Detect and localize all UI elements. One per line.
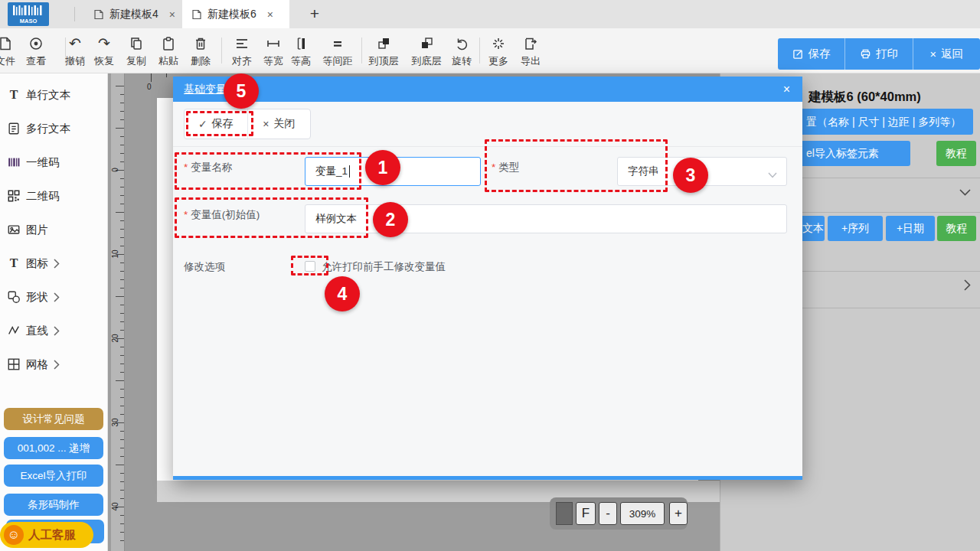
required-mark: * (184, 161, 188, 173)
ruler-tick (120, 262, 124, 263)
zoom-level-display: 309% (620, 502, 665, 525)
ruler-tick (120, 103, 124, 103)
sidebar-item-line[interactable]: 直线 (0, 314, 107, 347)
sidebar-item-single-line-text[interactable]: T 单行文本 (0, 78, 107, 112)
sidebar-item-image[interactable]: 图片 (0, 213, 107, 246)
toolbar-redo-button[interactable]: ↷ 恢复 (87, 35, 121, 68)
tab-close-icon[interactable]: × (267, 8, 273, 21)
required-mark: * (492, 161, 495, 173)
type-label: *类型 (492, 160, 519, 175)
tab-template-6[interactable]: 新建模板6 × (182, 0, 289, 28)
chevron-right-icon[interactable] (964, 279, 971, 291)
tab-template-4[interactable]: 新建模板4 × (84, 0, 185, 28)
ruler-tick (120, 406, 124, 406)
toolbar-export-button[interactable]: 导出 (514, 35, 547, 68)
dialog-close-button[interactable]: × 关闭 (247, 109, 311, 139)
toolbar-send-to-back-button[interactable]: 到底层 (408, 35, 445, 68)
ruler-tick (120, 456, 124, 457)
ruler-tick (120, 111, 124, 112)
dialog-header[interactable]: 基础变量 × (173, 77, 802, 102)
add-date-button[interactable]: +日期 (886, 216, 935, 241)
variable-value-label: *变量值(初始值) (184, 207, 260, 223)
dialog-close-icon[interactable]: × (783, 83, 790, 96)
ruler-label: 10 (111, 246, 122, 262)
sidebar-item-shapes[interactable]: 形状 (0, 280, 107, 314)
tab-label: 新建模板4 (109, 8, 158, 21)
zoom-out-button[interactable]: - (599, 502, 617, 525)
icon-library-icon: T (5, 256, 22, 270)
sidebar-item-icon-library[interactable]: T 图标 (0, 246, 107, 280)
ruler-tick (120, 355, 124, 356)
new-tab-button[interactable]: + (305, 3, 325, 24)
toolbar-rotate-button[interactable]: 旋转 (445, 35, 479, 68)
toolbar-more-button[interactable]: 更多 (482, 35, 515, 68)
ruler-tick (116, 212, 124, 213)
equal-height-icon (284, 35, 318, 52)
ruler-tick (120, 288, 124, 289)
barcode-making-button[interactable]: 条形码制作 (4, 494, 103, 516)
toolbar-delete-button[interactable]: 删除 (184, 35, 217, 68)
ruler-tick (120, 321, 124, 322)
sidebar-item-multi-line-text[interactable]: 多行文本 (0, 112, 107, 145)
ruler-tick (120, 431, 124, 432)
element-sidebar: T 单行文本 多行文本 一维码 二维码 图片 T 图标 形状 (0, 73, 108, 551)
edit-icon (792, 48, 804, 60)
add-sequence-button[interactable]: +序列 (828, 216, 883, 241)
app-window: MASO 新建模板4 × 新建模板6 × + 文件 查看 (0, 0, 980, 551)
logo-text: MASO (20, 18, 38, 24)
toolbar-equal-spacing-button[interactable]: 等间距 (317, 35, 358, 68)
tab-label: 新建模板6 (207, 8, 256, 21)
toolbar-copy-button[interactable]: 复制 (119, 35, 153, 68)
annotation-step-3: 3 (673, 158, 708, 193)
design-faq-button[interactable]: 设计常见问题 (4, 408, 103, 430)
toolbar-separator (361, 37, 362, 64)
color-swatch[interactable] (556, 502, 573, 525)
toolbar-bring-to-front-button[interactable]: 到顶层 (365, 35, 402, 68)
ruler-tick (120, 515, 124, 516)
zoom-fit-button[interactable]: F (576, 502, 596, 525)
ruler-tick (120, 94, 124, 95)
ruler-label: 0 (111, 162, 122, 178)
check-icon: ✓ (198, 118, 207, 130)
printer-icon (860, 48, 871, 60)
tutorial-button-2[interactable]: 教程 (937, 216, 976, 241)
sidebar-item-grid[interactable]: 网格 (0, 347, 107, 381)
increment-sequence-button[interactable]: 001,002 ... 递增 (4, 437, 103, 459)
basic-variable-dialog: 基础变量 × ✓ 保存 × 关闭 *变量名称 变量_1 *类型 字符串 (173, 77, 802, 480)
ruler-tick (120, 204, 124, 204)
toolbar-equal-height-button[interactable]: 等高 (284, 35, 318, 68)
toolbar-view-button[interactable]: 查看 (19, 35, 53, 68)
customer-service-button[interactable]: ☺ 人工客服 (0, 522, 93, 548)
chevron-right-icon (54, 258, 60, 272)
align-icon (225, 35, 259, 52)
back-button[interactable]: × 返回 (913, 38, 980, 70)
app-logo-icon[interactable]: MASO (8, 2, 49, 26)
chevron-right-icon (54, 325, 60, 339)
ruler-tick (120, 220, 124, 221)
save-template-button[interactable]: 保存 (778, 38, 844, 70)
excel-import-print-button[interactable]: Excel导入打印 (4, 465, 103, 487)
template-file-icon (93, 9, 104, 20)
text-caret (349, 165, 350, 178)
barcode-icon (5, 155, 22, 169)
zoom-in-button[interactable]: + (669, 502, 688, 525)
ruler-label: 30 (111, 415, 122, 430)
ruler-tick (120, 153, 124, 154)
sidebar-item-qrcode[interactable]: 二维码 (0, 179, 107, 213)
ruler-tick (120, 145, 124, 145)
ruler-tick (120, 473, 124, 474)
sidebar-item-barcode[interactable]: 一维码 (0, 145, 107, 179)
ruler-tick (120, 187, 124, 187)
print-button[interactable]: 打印 (844, 38, 912, 70)
dialog-save-button[interactable]: ✓ 保存 (185, 109, 247, 139)
tutorial-button[interactable]: 教程 (936, 141, 976, 166)
chevron-right-icon (54, 292, 60, 305)
tab-close-icon[interactable]: × (169, 8, 175, 21)
toolbar-paste-button[interactable]: 粘贴 (152, 35, 185, 68)
line-icon (5, 324, 22, 337)
ruler-tick (120, 271, 124, 272)
chevron-down-icon[interactable] (959, 189, 971, 196)
allow-manual-modify-checkbox[interactable] (305, 261, 315, 272)
toolbar-align-button[interactable]: 对齐 (225, 35, 259, 68)
ruler-tick (120, 229, 124, 230)
